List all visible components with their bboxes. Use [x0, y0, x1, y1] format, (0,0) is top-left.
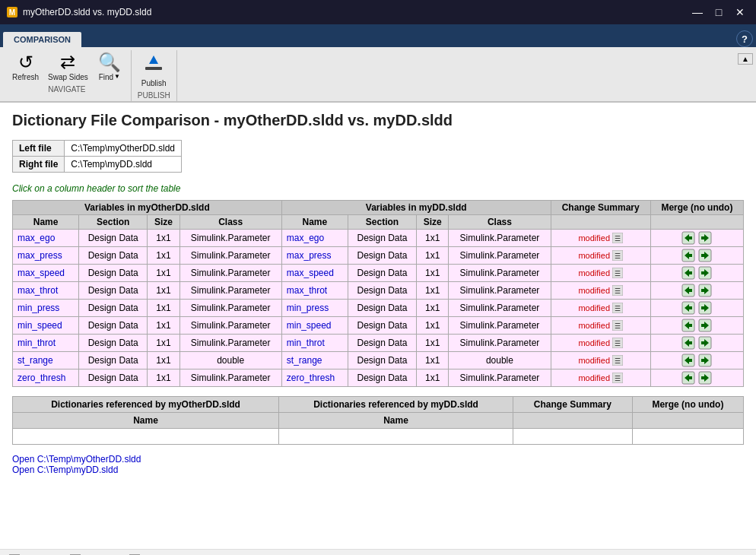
dict-name-col-2[interactable]: Name: [279, 413, 513, 429]
file-info-table: Left file C:\Temp\myOtherDD.sldd Right f…: [12, 140, 182, 173]
right-size-cell: 1x1: [417, 282, 449, 300]
left-name-link[interactable]: st_range: [17, 355, 53, 366]
change-detail-icon[interactable]: ☰: [612, 320, 623, 331]
col-left-size[interactable]: Size: [148, 215, 179, 230]
left-name-link[interactable]: zero_thresh: [17, 373, 65, 383]
left-name-link[interactable]: min_speed: [17, 320, 62, 331]
merge-left-icon[interactable]: [681, 284, 695, 297]
merge-right-icon[interactable]: [698, 336, 712, 350]
change-summary-header[interactable]: Change Summary: [551, 201, 650, 215]
dict-merge-header: Merge (no undo): [632, 397, 743, 413]
merge-left-icon[interactable]: [681, 231, 695, 245]
left-size-cell: 1x1: [148, 317, 179, 335]
svg-text:☰: ☰: [615, 322, 621, 330]
publish-button[interactable]: Publish: [138, 52, 170, 89]
left-class-cell: Simulink.Parameter: [179, 265, 281, 282]
right-name-cell: max_ego: [281, 230, 348, 247]
right-size-cell: 1x1: [417, 265, 449, 282]
change-summary-cell: modified ☰: [551, 335, 650, 352]
col-left-class[interactable]: Class: [179, 215, 281, 230]
right-name-link[interactable]: max_throt: [287, 285, 327, 296]
ribbon-collapse-button[interactable]: ▲: [738, 53, 753, 65]
merge-left-icon[interactable]: [681, 301, 695, 315]
svg-text:☰: ☰: [615, 357, 621, 365]
merge-left-icon[interactable]: [681, 354, 695, 367]
left-name-link[interactable]: max_ego: [17, 233, 55, 243]
change-detail-icon[interactable]: ☰: [612, 355, 623, 366]
left-name-cell: max_speed: [13, 265, 79, 282]
merge-right-icon[interactable]: [698, 301, 712, 315]
change-detail-icon[interactable]: ☰: [612, 303, 623, 313]
right-name-link[interactable]: max_speed: [287, 268, 334, 278]
col-right-size[interactable]: Size: [417, 215, 449, 230]
help-button[interactable]: ?: [736, 30, 753, 47]
right-name-link[interactable]: max_press: [287, 250, 332, 261]
right-name-link[interactable]: min_speed: [287, 320, 332, 331]
change-detail-icon[interactable]: ☰: [612, 233, 623, 243]
change-status: modified: [578, 286, 610, 295]
right-name-link[interactable]: max_ego: [287, 233, 324, 243]
svg-text:☰: ☰: [615, 235, 621, 243]
left-name-link[interactable]: max_press: [17, 250, 62, 261]
open-left-link[interactable]: Open C:\Temp\myOtherDD.sldd: [12, 454, 744, 465]
merge-right-icon[interactable]: [698, 231, 712, 245]
ribbon-tab-comparison[interactable]: COMPARISON: [3, 32, 81, 47]
find-button[interactable]: 🔍 Find ▼: [94, 52, 125, 83]
table-row: zero_thresh Design Data 1x1 Simulink.Par…: [13, 369, 744, 387]
merge-right-icon[interactable]: [698, 284, 712, 297]
refresh-button[interactable]: ↺ Refresh: [9, 52, 42, 83]
change-status: modified: [578, 303, 610, 312]
right-name-link[interactable]: min_throt: [287, 338, 325, 348]
right-size-cell: 1x1: [417, 300, 449, 317]
change-detail-icon[interactable]: ☰: [612, 338, 623, 348]
right-group-header[interactable]: Variables in myDD.sldd: [281, 201, 551, 215]
col-left-name[interactable]: Name: [13, 215, 79, 230]
merge-cell: [650, 230, 743, 247]
merge-left-icon[interactable]: [681, 371, 695, 385]
change-detail-icon[interactable]: ☰: [612, 268, 623, 278]
right-section-cell: Design Data: [348, 282, 416, 300]
col-left-section[interactable]: Section: [79, 215, 148, 230]
left-name-link[interactable]: max_speed: [17, 268, 65, 278]
dict-change-col: [513, 413, 632, 429]
col-right-name[interactable]: Name: [281, 215, 348, 230]
dict-right-header: Dictionaries referenced by myDD.sldd: [279, 397, 513, 413]
dict-name-col-1[interactable]: Name: [13, 413, 279, 429]
left-group-header[interactable]: Variables in myOtherDD.sldd: [13, 201, 282, 215]
col-right-section[interactable]: Section: [348, 215, 416, 230]
change-detail-icon[interactable]: ☰: [612, 373, 623, 383]
merge-right-icon[interactable]: [698, 354, 712, 367]
minimize-button[interactable]: —: [688, 2, 707, 22]
left-name-link[interactable]: min_throt: [17, 338, 56, 348]
open-right-link[interactable]: Open C:\Temp\myDD.sldd: [12, 465, 744, 475]
svg-text:☰: ☰: [615, 287, 621, 295]
left-class-cell: Simulink.Parameter: [179, 247, 281, 265]
left-name-link[interactable]: max_throt: [17, 285, 58, 296]
merge-left-icon[interactable]: [681, 319, 695, 332]
right-size-cell: 1x1: [417, 352, 449, 369]
left-name-link[interactable]: min_press: [17, 303, 59, 313]
merge-left-icon[interactable]: [681, 336, 695, 350]
swap-sides-button[interactable]: ⇄ Swap Sides: [45, 52, 91, 83]
merge-right-icon[interactable]: [698, 371, 712, 385]
merge-right-icon[interactable]: [698, 266, 712, 280]
merge-left-icon[interactable]: [681, 266, 695, 280]
right-name-link[interactable]: st_range: [287, 355, 322, 366]
change-detail-icon[interactable]: ☰: [612, 250, 623, 261]
col-change-summary[interactable]: [551, 215, 650, 230]
variables-comparison-table: Variables in myOtherDD.sldd Variables in…: [12, 200, 744, 387]
merge-left-icon[interactable]: [681, 249, 695, 262]
merge-header: Merge (no undo): [650, 201, 743, 215]
col-right-class[interactable]: Class: [449, 215, 551, 230]
right-name-link[interactable]: min_press: [287, 303, 329, 313]
left-class-cell: Simulink.Parameter: [179, 335, 281, 352]
merge-right-icon[interactable]: [698, 249, 712, 262]
right-file-label: Right file: [13, 157, 65, 173]
close-button[interactable]: ✕: [730, 2, 750, 22]
merge-right-icon[interactable]: [698, 319, 712, 332]
maximize-button[interactable]: □: [709, 2, 729, 22]
right-name-link[interactable]: zero_thresh: [287, 373, 335, 383]
right-class-cell: double: [449, 352, 551, 369]
swap-icon: ⇄: [60, 53, 75, 71]
change-detail-icon[interactable]: ☰: [612, 285, 623, 296]
